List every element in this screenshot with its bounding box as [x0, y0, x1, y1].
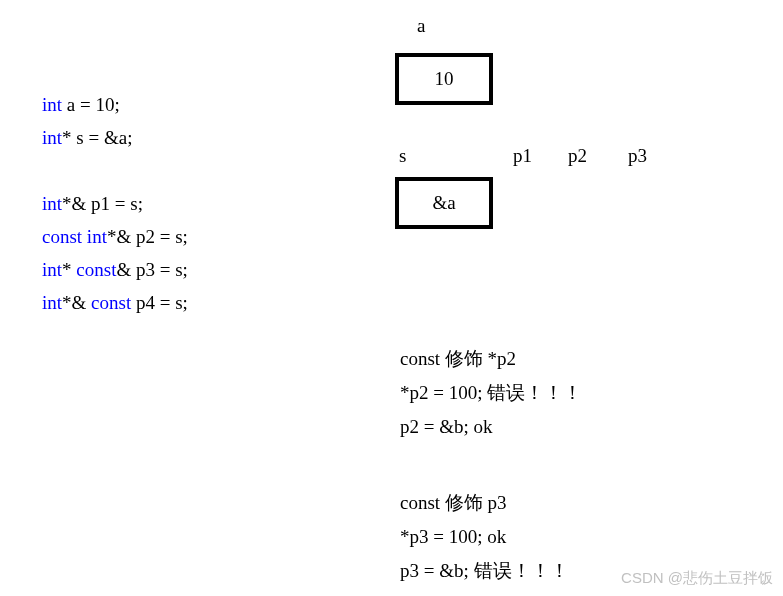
notes-p2: const 修饰 *p2 *p2 = 100; 错误！！！ p2 = &b; o… — [400, 308, 582, 444]
keyword: const int — [42, 226, 107, 247]
code-text: *& — [62, 292, 91, 313]
code-text: p4 = s; — [131, 292, 188, 313]
label-s: s — [399, 145, 406, 167]
note-line: *p3 = 100; ok — [400, 526, 506, 547]
box-s: &a — [395, 177, 493, 229]
keyword: int — [42, 193, 62, 214]
box-s-value: &a — [432, 192, 455, 213]
code-text: *& p2 = s; — [107, 226, 188, 247]
label-a: a — [417, 15, 425, 37]
code-block: int a = 10; int* s = &a; int*& p1 = s; c… — [42, 55, 188, 319]
code-text: *& p1 = s; — [62, 193, 143, 214]
notes-p3: const 修饰 p3 *p3 = 100; ok p3 = &b; 错误！！！ — [400, 452, 569, 588]
note-line: const 修饰 *p2 — [400, 348, 516, 369]
keyword: int — [42, 94, 62, 115]
label-p3: p3 — [628, 145, 647, 167]
label-p1: p1 — [513, 145, 532, 167]
code-text: * — [62, 259, 76, 280]
keyword: int — [42, 127, 62, 148]
code-text: * s = &a; — [62, 127, 132, 148]
label-p2: p2 — [568, 145, 587, 167]
code-text: a = 10; — [62, 94, 120, 115]
box-a-value: 10 — [435, 68, 454, 89]
box-a: 10 — [395, 53, 493, 105]
keyword: const — [91, 292, 131, 313]
note-ok: ok — [474, 416, 493, 437]
keyword: int — [42, 292, 62, 313]
watermark: CSDN @悲伤土豆拌饭 — [621, 569, 773, 588]
note-line: const 修饰 p3 — [400, 492, 507, 513]
note-line: p3 = &b; 错误！！！ — [400, 560, 569, 581]
code-text: & p3 = s; — [116, 259, 187, 280]
keyword: int — [42, 259, 62, 280]
note-line: p2 = &b; — [400, 416, 474, 437]
keyword: const — [76, 259, 116, 280]
note-line: *p2 = 100; 错误！！！ — [400, 382, 582, 403]
